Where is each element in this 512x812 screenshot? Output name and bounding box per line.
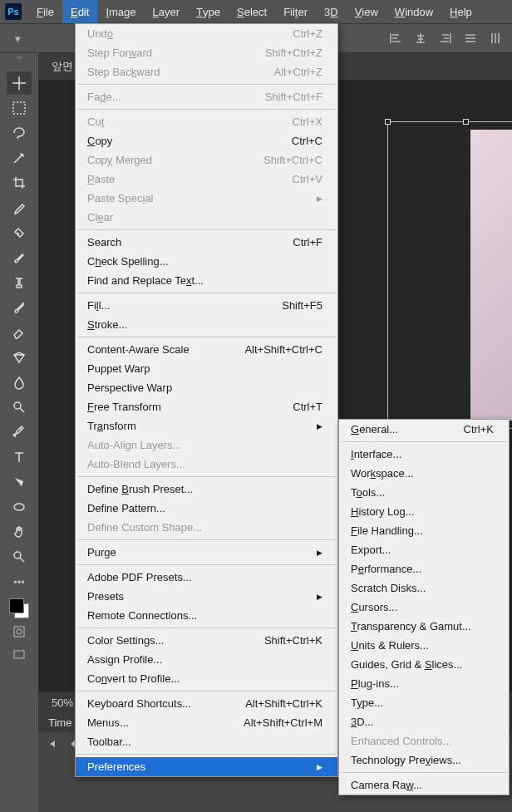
prefs-item-file-handling[interactable]: File Handling... (339, 521, 509, 540)
menu-item-label: Color Settings... (87, 634, 244, 647)
edit-item-purge[interactable]: Purge▶ (76, 543, 337, 562)
menu-3d[interactable]: 3D (316, 0, 347, 23)
handle-top-left[interactable] (385, 119, 391, 125)
first-frame-icon[interactable] (47, 739, 57, 751)
screenmode-button[interactable] (7, 645, 32, 665)
edit-toolbar-button[interactable]: ••• (7, 572, 32, 592)
eraser-tool[interactable] (7, 321, 32, 344)
menu-item-label: Keyboard Shortcuts... (87, 697, 225, 710)
align-left-icon[interactable] (389, 32, 402, 45)
prefs-item-3d[interactable]: 3D... (339, 712, 509, 731)
menu-item-shortcut: Alt+Shift+Ctrl+C (244, 343, 322, 356)
tool-panel-grip[interactable]: ›› (0, 53, 38, 70)
edit-item-presets[interactable]: Presets▶ (76, 587, 337, 606)
brush-tool[interactable] (7, 246, 32, 269)
distribute2-icon[interactable] (489, 32, 502, 45)
prefs-item-technology-previews[interactable]: Technology Previews... (339, 750, 509, 770)
align-center-icon[interactable] (414, 32, 427, 45)
menu-item-label: Convert to Profile... (87, 672, 322, 685)
dodge-tool[interactable] (7, 396, 32, 419)
prefs-item-export[interactable]: Export... (339, 540, 509, 559)
prefs-item-camera-raw[interactable]: Camera Raw... (339, 775, 509, 795)
handle-top-center[interactable] (463, 119, 469, 125)
shape-tool[interactable] (7, 495, 32, 519)
clone-stamp-tool[interactable] (7, 271, 32, 294)
crop-tool[interactable] (7, 171, 32, 194)
type-tool[interactable] (7, 445, 32, 469)
prefs-item-type[interactable]: Type... (339, 693, 509, 712)
menu-view[interactable]: View (347, 0, 386, 23)
edit-item-menus[interactable]: Menus...Alt+Shift+Ctrl+M (76, 713, 337, 732)
edit-item-adobe-pdf-presets[interactable]: Adobe PDF Presets... (76, 568, 337, 587)
edit-item-convert-to-profile[interactable]: Convert to Profile... (76, 669, 337, 688)
menu-filter[interactable]: Filter (275, 0, 316, 23)
edit-item-fill[interactable]: Fill...Shift+F5 (76, 296, 337, 315)
timeline-title[interactable]: Time (48, 716, 71, 729)
menu-item-label: Type... (351, 696, 494, 709)
menu-type[interactable]: Type (188, 0, 229, 23)
history-brush-tool[interactable] (7, 296, 32, 319)
prefs-item-history-log[interactable]: History Log... (339, 502, 509, 521)
edit-item-define-brush-preset[interactable]: Define Brush Preset... (76, 480, 337, 499)
edit-item-check-spelling[interactable]: Check Spelling... (76, 252, 337, 271)
menu-help[interactable]: Help (441, 0, 480, 23)
path-selection-tool[interactable] (7, 470, 32, 494)
prefs-item-cursors[interactable]: Cursors... (339, 598, 509, 617)
menu-file[interactable]: File (28, 0, 62, 23)
prefs-item-performance[interactable]: Performance... (339, 559, 509, 578)
foreground-swatch[interactable] (9, 598, 24, 613)
prefs-item-plug-ins[interactable]: Plug-ins... (339, 674, 509, 693)
quickmask-button[interactable] (7, 622, 32, 642)
edit-item-define-pattern[interactable]: Define Pattern... (76, 499, 337, 518)
pen-tool[interactable] (7, 421, 32, 444)
edit-item-search[interactable]: SearchCtrl+F (76, 233, 337, 252)
edit-item-free-transform[interactable]: Free TransformCtrl+T (76, 397, 337, 416)
healing-brush-tool[interactable] (7, 221, 32, 244)
zoom-tool[interactable] (7, 545, 32, 568)
edit-item-color-settings[interactable]: Color Settings...Shift+Ctrl+K (76, 631, 337, 650)
menu-select[interactable]: Select (229, 0, 275, 23)
hand-tool[interactable] (7, 520, 32, 544)
menu-item-label: Perspective Warp (87, 381, 322, 394)
distribute-icon[interactable] (464, 32, 477, 45)
menu-edit[interactable]: Edit (62, 0, 97, 23)
edit-item-content-aware-scale[interactable]: Content-Aware ScaleAlt+Shift+Ctrl+C (76, 340, 337, 359)
eyedropper-tool[interactable] (7, 196, 32, 219)
edit-item-puppet-warp[interactable]: Puppet Warp (76, 359, 337, 378)
edit-item-remote-connections[interactable]: Remote Connections... (76, 606, 337, 625)
magic-wand-tool[interactable] (7, 146, 32, 170)
menu-item-label: Paste (87, 173, 273, 185)
zoom-level[interactable]: 50% (52, 696, 73, 709)
prefs-item-scratch-disks[interactable]: Scratch Disks... (339, 578, 509, 598)
lasso-tool[interactable] (7, 121, 32, 145)
transform-bounding-box[interactable] (387, 121, 512, 429)
edit-item-keyboard-shortcuts[interactable]: Keyboard Shortcuts...Alt+Shift+Ctrl+K (76, 694, 337, 713)
prefs-item-units-rulers[interactable]: Units & Rulers... (339, 636, 509, 655)
marquee-tool[interactable] (7, 96, 32, 120)
edit-item-preferences[interactable]: Preferences▶ (76, 757, 337, 776)
menu-layer[interactable]: Layer (145, 0, 189, 23)
align-right-icon[interactable] (439, 32, 452, 45)
edit-item-stroke[interactable]: Stroke... (76, 315, 337, 334)
edit-item-copy[interactable]: CopyCtrl+C (76, 131, 337, 150)
chevron-down-icon[interactable]: ▾ (15, 32, 21, 45)
menu-item-shortcut: Shift+Ctrl+Z (265, 47, 322, 59)
prefs-item-guides-grid-slices[interactable]: Guides, Grid & Slices... (339, 655, 509, 674)
move-tool[interactable] (7, 71, 32, 95)
gradient-tool[interactable] (7, 346, 32, 369)
edit-item-assign-profile[interactable]: Assign Profile... (76, 650, 337, 669)
edit-item-toolbar[interactable]: Toolbar... (76, 732, 337, 751)
edit-item-transform[interactable]: Transform▶ (76, 416, 337, 436)
document-tab[interactable]: 앞면 (52, 59, 73, 74)
prefs-item-transparency-gamut[interactable]: Transparency & Gamut... (339, 617, 509, 636)
edit-item-perspective-warp[interactable]: Perspective Warp (76, 378, 337, 397)
menu-image[interactable]: Image (97, 0, 144, 23)
blur-tool[interactable] (7, 371, 32, 394)
menu-window[interactable]: Window (386, 0, 441, 23)
prefs-item-workspace[interactable]: Workspace... (339, 464, 509, 483)
prefs-item-tools[interactable]: Tools... (339, 483, 509, 502)
edit-item-find-and-replace-text[interactable]: Find and Replace Text... (76, 271, 337, 290)
prefs-item-interface[interactable]: Interface... (339, 445, 509, 464)
color-swatches[interactable] (9, 598, 29, 618)
prefs-item-general[interactable]: General...Ctrl+K (339, 420, 509, 439)
